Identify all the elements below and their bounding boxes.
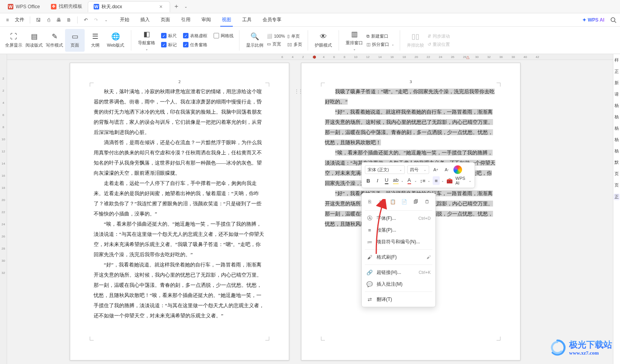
sidebyside-icon: ▯▯	[411, 32, 420, 41]
tab-start[interactable]: 开始	[118, 13, 131, 26]
grow-font-button[interactable]: A+	[431, 165, 440, 174]
multi-page-button[interactable]: ▯▯多页	[287, 42, 302, 47]
eye-protection-button[interactable]: 👁护眼模式	[314, 29, 333, 52]
font-size-combo[interactable]: 四号⌄	[407, 165, 429, 174]
print-icon[interactable]: 🖶	[54, 16, 63, 24]
menu-item-font[interactable]: Ⓐ字体(F)...Ctrl+D	[362, 212, 435, 224]
writing-mode-button[interactable]: ✎写作模式	[45, 29, 64, 52]
split-window-button[interactable]: ◫拆分窗口⌄	[366, 42, 394, 47]
styles-panel-sliver[interactable]: 样 正 新 请 杨 杨 杨 杨 杨 默 页 页 正	[613, 54, 620, 364]
tab-review[interactable]: 审阅	[200, 13, 212, 26]
nav-pane-button[interactable]: ◧导航窗格⌄	[137, 29, 156, 52]
search-icon[interactable]	[610, 16, 617, 24]
outline-button[interactable]: ☰大纲	[85, 29, 105, 52]
right-indent-marker-icon[interactable]: △	[466, 55, 470, 59]
paste-special-icon[interactable]: 🗐	[412, 197, 420, 206]
wps-ai-button[interactable]: ✦ WPS AI	[582, 17, 604, 23]
page-number: 3	[410, 77, 412, 86]
bold-button[interactable]: B	[365, 176, 372, 185]
zoom-button[interactable]: 🔍显示比例	[245, 29, 265, 52]
reading-layout-button[interactable]: ▤阅读版式	[24, 29, 44, 52]
wps-ai-mini-button[interactable]: WPS AI	[455, 176, 467, 185]
copy-icon[interactable]: ⎘	[366, 197, 374, 206]
file-menu[interactable]: 文件	[13, 16, 26, 23]
document-canvas[interactable]: 64 2 ⬢ 24 68 1012 1416 1820 2224 2628 30…	[7, 54, 613, 364]
page-icon: ▭	[71, 32, 79, 41]
underline-button[interactable]: U	[383, 176, 390, 185]
fullscreen-button[interactable]: ⛶全屏显示	[4, 29, 24, 52]
single-page-button[interactable]: ▯单页	[287, 33, 302, 39]
tab-list-dropdown[interactable]: ⌄	[183, 4, 189, 9]
align-button[interactable]: ≡	[433, 176, 439, 185]
paragraph[interactable]: 我吸了吸鼻子答道：“嗯”。“走吧，你回家先洗个澡，洗完后我带你去吃好吃的。”	[325, 87, 497, 107]
paste-text-icon[interactable]: 📄	[400, 197, 408, 206]
line-spacing-button[interactable]: ↕≡	[419, 176, 426, 185]
paste-keep-format-icon[interactable]: 🗒	[423, 197, 431, 206]
tab-references[interactable]: 引用	[179, 13, 192, 26]
undo-icon[interactable]: ↶	[82, 16, 90, 24]
ruler-checkbox[interactable]: ✓标尺	[161, 33, 177, 39]
workspace: 2 24 68 1012 1416 1820 2224 2628 3032 64…	[0, 54, 620, 364]
web-layout-button[interactable]: 🌐Web版式	[106, 29, 125, 52]
arrange-icon: ▥	[350, 30, 359, 38]
tab-view[interactable]: 视图	[220, 13, 233, 26]
cut-icon[interactable]: ✄	[377, 197, 385, 206]
tab-close-icon[interactable]: ×	[158, 4, 164, 10]
ai-assist-button[interactable]	[453, 165, 462, 174]
app-tab-template[interactable]: ❖ 找稻壳模板	[45, 1, 88, 12]
menu-item-bullets[interactable]: ≔项目符号和编号(N)...	[362, 236, 435, 248]
save-icon[interactable]: 🖫	[34, 16, 43, 24]
task-pane-checkbox[interactable]: ✓任务窗格	[183, 42, 207, 48]
paste-icon[interactable]: 📋	[389, 197, 397, 206]
menu-item-comment[interactable]: 💬插入批注(M)	[362, 278, 435, 290]
italic-button[interactable]: I	[374, 176, 381, 185]
link-icon: 🔗	[366, 270, 373, 275]
menu-item-paragraph[interactable]: ≡段落(P)...	[362, 224, 435, 236]
tab-page[interactable]: 页面	[159, 13, 172, 26]
new-window-button[interactable]: ⧉新建窗口	[366, 33, 394, 39]
move-handle-icon[interactable]: ⋮⋮	[294, 87, 302, 96]
new-tab-button[interactable]: ＋	[170, 2, 183, 11]
app-tab-document[interactable]: W 秋天.docx ×	[88, 1, 170, 12]
pagewidth-icon: ▭	[267, 42, 271, 47]
document-page[interactable]: 2 秋天，落叶满地，冷寂的秋雨肆意地宣泄着它的情绪，用悲凉给这个喧嚣的世界调色。…	[70, 63, 289, 360]
app-tab-wps[interactable]: W WPS Office	[2, 1, 45, 12]
tab-member[interactable]: 会员专享	[261, 13, 283, 26]
highlight-button[interactable]: ab	[392, 176, 399, 185]
quick-dropdown-icon[interactable]: ⌄	[102, 16, 111, 24]
paragraph[interactable]: “唉，看来那个插曲还挺大的。”她逗趣地一笑，一手揽住了我的胳膊，淡淡说道：“与其…	[94, 219, 265, 260]
side-by-side-button[interactable]: ▯▯并排比较	[406, 29, 425, 52]
font-color-button[interactable]: A	[406, 176, 413, 185]
zoom-100-button[interactable]: ⬜100%	[267, 34, 285, 39]
markup-checkbox[interactable]: ✓标记	[161, 42, 177, 48]
menu-item-hyperlink[interactable]: 🔗超链接(H)...Ctrl+K	[362, 266, 435, 278]
gridlines-checkbox[interactable]: 网格线	[214, 33, 234, 39]
page-width-button[interactable]: ▭页宽	[267, 41, 285, 47]
hamburger-icon[interactable]: ≡	[3, 16, 12, 24]
paragraph[interactable]: “好”，我看着她说道。就这样我坐着她的自行车，一路冒着雨，渐渐离开这失意的场所。…	[325, 107, 497, 148]
menu-item-translate[interactable]: ⇄翻译(T)›	[362, 293, 435, 305]
shrink-font-button[interactable]: A-	[442, 165, 451, 174]
paragraph[interactable]: 滴滴答答，是雨在倾诉，还是心在流血？一片黯然浮于眼眸，为什么我用真挚付出的换来的…	[94, 138, 265, 178]
selected-text[interactable]: 我吸了吸鼻子答道：“嗯”。“走吧，你回家先洗个澡，洗完后我带你去吃好吃的。”	[325, 89, 495, 105]
arrange-windows-button[interactable]: ▥重排窗口⌄	[344, 29, 364, 52]
export-icon[interactable]: ⎙	[44, 16, 53, 24]
format-painter-icon: 🖌	[366, 254, 373, 260]
table-gridlines-checkbox[interactable]: ✓表格虚框	[183, 33, 207, 39]
svg-line-1	[615, 21, 616, 23]
tab-insert[interactable]: 插入	[139, 13, 151, 26]
reset-icon: ↺	[428, 42, 431, 47]
print-preview-icon[interactable]: 🗎	[65, 16, 73, 24]
menu-item-format-painter[interactable]: 🖌格式刷(F)🖌	[362, 251, 435, 263]
selected-text[interactable]: “好”，我看着她说道。就这样我坐着她的自行车，一路冒着雨，渐渐离开这失意的场所。…	[325, 109, 493, 145]
fullscreen-icon: ⛶	[9, 32, 18, 41]
redo-icon[interactable]: ↷	[92, 16, 100, 24]
tab-tools[interactable]: 工具	[241, 13, 253, 26]
indent-marker-icon[interactable]: ⬢	[313, 55, 316, 59]
paragraph[interactable]: “好”，我看着她说道。就这样我坐着她的自行车，一路冒着雨，渐渐离开这失意的场所。…	[94, 260, 265, 321]
paragraph[interactable]: 秋天，落叶满地，冷寂的秋雨肆意地宣泄着它的情绪，用悲凉给这个喧嚣的世界调色。街巷…	[94, 87, 265, 138]
font-family-combo[interactable]: 宋体 (正文)⌄	[365, 165, 405, 174]
page-layout-button[interactable]: ▭页面	[65, 29, 85, 52]
paragraph[interactable]: 走着走着，远处一个人停下了自行车，手中撑着一把伞，匆匆向我走来。近看走来的是我的…	[94, 178, 265, 219]
toolbox-button[interactable]: 🧰	[446, 176, 453, 185]
